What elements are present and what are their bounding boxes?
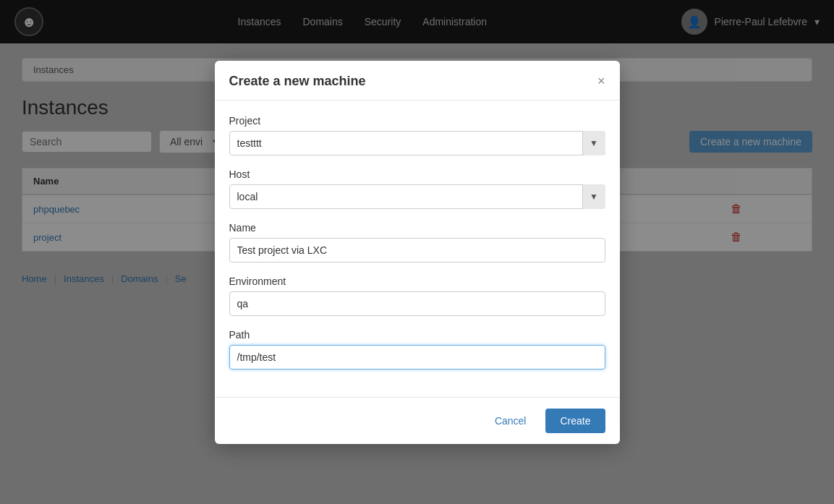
- modal-title: Create a new machine: [229, 74, 366, 89]
- name-input[interactable]: [229, 238, 605, 262]
- project-group: Project testttt ▼: [229, 115, 605, 155]
- modal-body: Project testttt ▼ Host local ▼: [215, 101, 620, 397]
- host-group: Host local ▼: [229, 168, 605, 209]
- name-label: Name: [229, 222, 605, 234]
- path-label: Path: [229, 329, 605, 341]
- modal-footer: Cancel Create: [215, 397, 620, 444]
- environment-label: Environment: [229, 276, 605, 287]
- modal: Create a new machine × Project testttt ▼…: [215, 61, 620, 444]
- project-select-wrapper: testttt ▼: [229, 131, 605, 155]
- path-group: Path: [229, 329, 605, 370]
- environment-group: Environment: [229, 276, 605, 316]
- project-select[interactable]: testttt: [229, 131, 605, 155]
- modal-header: Create a new machine ×: [215, 61, 620, 101]
- project-label: Project: [229, 115, 605, 127]
- host-select-wrapper: local ▼: [229, 184, 605, 209]
- modal-overlay: Create a new machine × Project testttt ▼…: [0, 0, 834, 504]
- create-button[interactable]: Create: [545, 409, 605, 433]
- host-label: Host: [229, 168, 605, 180]
- host-select[interactable]: local: [229, 184, 605, 209]
- name-group: Name: [229, 222, 605, 262]
- cancel-button[interactable]: Cancel: [482, 409, 539, 433]
- path-input[interactable]: [229, 345, 605, 370]
- modal-close-button[interactable]: ×: [597, 74, 605, 87]
- environment-input[interactable]: [229, 291, 605, 316]
